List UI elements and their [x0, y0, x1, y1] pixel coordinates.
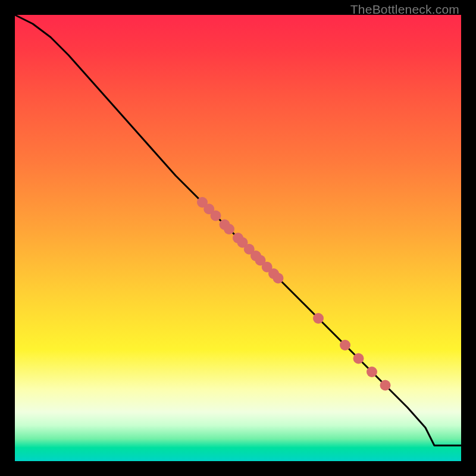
curve-line: [15, 15, 461, 446]
data-point: [273, 273, 284, 284]
data-point: [353, 353, 364, 364]
data-point: [367, 367, 377, 377]
data-point: [211, 211, 221, 221]
chart-svg: [15, 15, 461, 461]
data-point: [340, 340, 350, 350]
data-point: [313, 313, 324, 324]
chart-frame: TheBottleneck.com: [0, 0, 476, 476]
data-point: [224, 224, 234, 234]
data-point: [380, 380, 391, 391]
